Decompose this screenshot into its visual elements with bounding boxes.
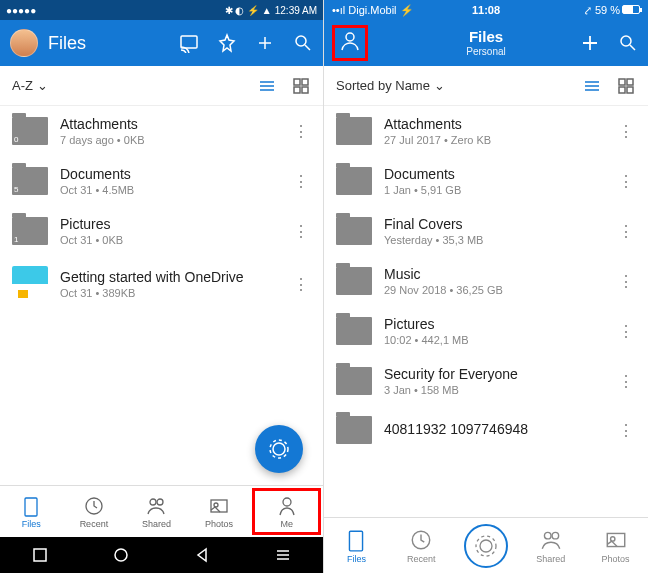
svg-rect-2	[294, 79, 300, 85]
tab-me[interactable]: Me	[252, 488, 321, 535]
item-name: Pictures	[60, 216, 279, 232]
more-icon[interactable]: ⋮	[616, 172, 636, 191]
list-item[interactable]: Getting started with OneDriveOct 31 • 38…	[0, 256, 323, 312]
add-icon[interactable]	[255, 33, 275, 53]
folder-icon: 0	[12, 117, 48, 145]
more-icon[interactable]: ⋮	[616, 372, 636, 391]
item-name: Documents	[384, 166, 604, 182]
scan-fab[interactable]	[255, 425, 303, 473]
sort-button[interactable]: A-Z ⌄	[12, 78, 48, 93]
tab-files[interactable]: Files	[0, 486, 63, 537]
app-header: Files Personal	[324, 20, 648, 66]
item-name: 40811932 1097746948	[384, 421, 604, 437]
list-item[interactable]: 1PicturesOct 31 • 0KB⋮	[0, 206, 323, 256]
svg-point-1	[296, 36, 306, 46]
ios-screen: ••ıl Digi.Mobil ⚡ 11:08 ⤤ 59 % Files Per…	[324, 0, 648, 573]
list-item[interactable]: Music29 Nov 2018 • 36,25 GB⋮	[324, 256, 648, 306]
add-icon[interactable]	[580, 33, 600, 53]
list-view-icon[interactable]	[582, 76, 602, 96]
item-meta: 29 Nov 2018 • 36,25 GB	[384, 284, 604, 296]
page-title: Files	[48, 33, 169, 54]
more-icon[interactable]: ⋮	[291, 275, 311, 294]
scan-fab[interactable]	[464, 524, 508, 568]
ios-status-bar: ••ıl Digi.Mobil ⚡ 11:08 ⤤ 59 %	[324, 0, 648, 20]
cast-icon[interactable]	[179, 33, 199, 53]
list-item[interactable]: 0Attachments7 days ago • 0KB⋮	[0, 106, 323, 156]
more-icon[interactable]: ⋮	[616, 122, 636, 141]
svg-rect-15	[34, 549, 46, 561]
search-icon[interactable]	[293, 33, 313, 53]
list-item[interactable]: Final CoversYesterday • 35,3 MB⋮	[324, 206, 648, 256]
folder-icon	[336, 217, 372, 245]
item-name: Documents	[60, 166, 279, 182]
svg-point-17	[346, 33, 354, 41]
grid-view-icon[interactable]	[291, 76, 311, 96]
folder-icon	[336, 367, 372, 395]
svg-point-10	[150, 499, 156, 505]
more-icon[interactable]: ⋮	[616, 272, 636, 291]
android-screen: ●●●●● ✱ ◐ ⚡ ▲ 12:39 AM Files A-Z ⌄ 0Atta…	[0, 0, 324, 573]
more-icon[interactable]: ⋮	[616, 421, 636, 440]
list-item[interactable]: Security for Everyone3 Jan • 158 MB⋮	[324, 356, 648, 406]
more-icon[interactable]: ⋮	[291, 172, 311, 191]
back-icon[interactable]	[194, 547, 210, 563]
tab-recent[interactable]: Recent	[63, 486, 126, 537]
list-item[interactable]: Attachments27 Jul 2017 • Zero KB⋮	[324, 106, 648, 156]
tab-photos[interactable]: Photos	[188, 486, 251, 537]
sort-bar: Sorted by Name ⌄	[324, 66, 648, 106]
svg-point-16	[115, 549, 127, 561]
svg-point-14	[283, 498, 291, 506]
home-icon[interactable]	[113, 547, 129, 563]
tab-shared[interactable]: Shared	[518, 528, 583, 564]
item-meta: 3 Jan • 158 MB	[384, 384, 604, 396]
svg-rect-23	[350, 531, 363, 551]
item-meta: Yesterday • 35,3 MB	[384, 234, 604, 246]
tab-photos[interactable]: Photos	[583, 528, 648, 564]
svg-point-11	[157, 499, 163, 505]
grid-view-icon[interactable]	[616, 76, 636, 96]
svg-point-28	[552, 532, 559, 539]
more-icon[interactable]: ⋮	[616, 222, 636, 241]
folder-icon	[336, 416, 372, 444]
tab-files[interactable]: Files	[324, 528, 389, 564]
search-icon[interactable]	[618, 33, 638, 53]
svg-rect-0	[181, 36, 197, 48]
sort-bar: A-Z ⌄	[0, 66, 323, 106]
file-list: Attachments27 Jul 2017 • Zero KB⋮Documen…	[324, 106, 648, 517]
svg-rect-19	[619, 79, 625, 85]
sort-button[interactable]: Sorted by Name ⌄	[336, 78, 445, 93]
tab-bar: FilesRecentSharedPhotos	[324, 517, 648, 573]
item-meta: 7 days ago • 0KB	[60, 134, 279, 146]
item-name: Pictures	[384, 316, 604, 332]
tab-shared[interactable]: Shared	[125, 486, 188, 537]
profile-button[interactable]	[332, 25, 368, 61]
tab-recent[interactable]: Recent	[389, 528, 454, 564]
item-name: Security for Everyone	[384, 366, 604, 382]
page-title: Files Personal	[466, 28, 505, 58]
list-item[interactable]: 40811932 1097746948⋮	[324, 406, 648, 454]
list-item[interactable]: Pictures10:02 • 442,1 MB⋮	[324, 306, 648, 356]
more-icon[interactable]: ⋮	[616, 322, 636, 341]
android-status-bar: ●●●●● ✱ ◐ ⚡ ▲ 12:39 AM	[0, 0, 323, 20]
list-item[interactable]: Documents1 Jan • 5,91 GB⋮	[324, 156, 648, 206]
premium-icon[interactable]	[217, 33, 237, 53]
svg-point-27	[544, 532, 551, 539]
recent-apps-icon[interactable]	[32, 547, 48, 563]
menu-icon[interactable]	[275, 547, 291, 563]
folder-icon: 5	[12, 167, 48, 195]
svg-rect-8	[25, 498, 37, 516]
item-name: Music	[384, 266, 604, 282]
svg-rect-3	[302, 79, 308, 85]
svg-rect-4	[294, 87, 300, 93]
item-meta: 27 Jul 2017 • Zero KB	[384, 134, 604, 146]
list-item[interactable]: 5DocumentsOct 31 • 4.5MB⋮	[0, 156, 323, 206]
more-icon[interactable]: ⋮	[291, 122, 311, 141]
chevron-down-icon: ⌄	[37, 78, 48, 93]
more-icon[interactable]: ⋮	[291, 222, 311, 241]
list-view-icon[interactable]	[257, 76, 277, 96]
item-meta: Oct 31 • 389KB	[60, 287, 279, 299]
folder-icon	[336, 267, 372, 295]
avatar[interactable]	[10, 29, 38, 57]
svg-point-13	[214, 503, 218, 507]
svg-point-26	[476, 536, 496, 556]
